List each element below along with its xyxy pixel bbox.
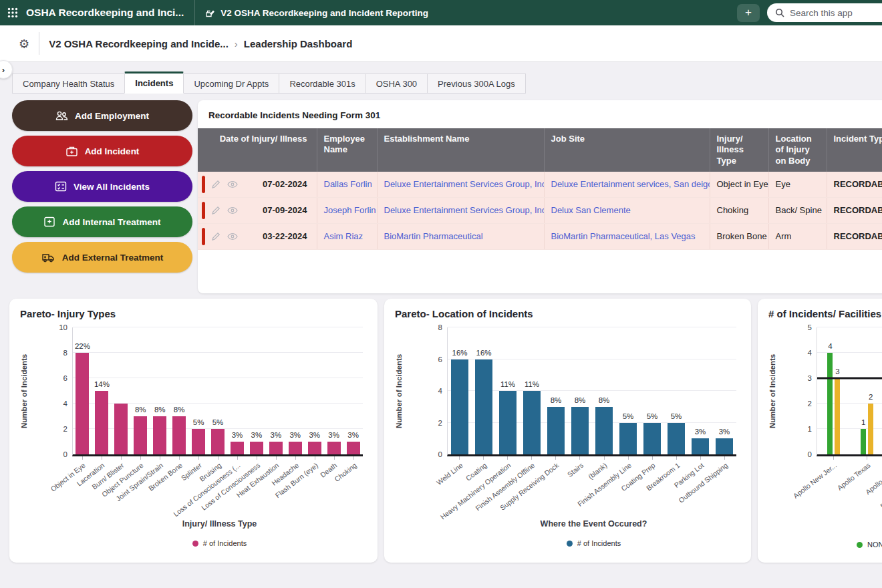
cell-injury-type: Object in Eye: [717, 179, 768, 189]
bar[interactable]: [643, 423, 661, 455]
bar[interactable]: [475, 359, 492, 455]
column-header-location-of-injury-on-body[interactable]: Location of Injury on Body: [768, 128, 827, 172]
cell-job-site[interactable]: Deluxe Entertainment services, San deigo: [551, 179, 710, 189]
bar[interactable]: [523, 391, 541, 454]
gear-icon[interactable]: ⚙: [19, 37, 29, 51]
tab-osha-300[interactable]: OSHA 300: [365, 74, 428, 94]
bar-value-label: 3%: [232, 430, 243, 440]
bar[interactable]: [269, 442, 283, 454]
x-axis-title: Where the Event Occured?: [447, 519, 740, 529]
bar[interactable]: [76, 353, 89, 454]
cell-incident-type: RECORDABLE: [834, 231, 882, 241]
action-button-label: Add Internal Treatment: [62, 217, 160, 227]
y-tick-label: 4: [49, 400, 67, 408]
legend-item[interactable]: # of Incidents: [192, 539, 247, 547]
edit-icon[interactable]: [211, 231, 221, 241]
bar[interactable]: [192, 429, 205, 454]
bar[interactable]: [499, 391, 517, 454]
app-tab[interactable]: V2 OSHA Recordkeeping and Incident Repor…: [195, 7, 428, 18]
bar-value-label: 5%: [623, 412, 634, 421]
x-axis-labels: Apollo New Jer...Apollo TexasApollo, Oxn…: [817, 456, 882, 510]
legend-dot: [567, 541, 573, 547]
bar[interactable]: [827, 353, 833, 454]
y-tick-label: 0: [49, 450, 67, 458]
bar-value-label: 8%: [154, 405, 166, 414]
bar[interactable]: [327, 442, 341, 454]
page-title: Leadership Dashboard: [244, 38, 353, 49]
table-row: 03-22-2024Asim RiazBioMartin Pharmaceuti…: [198, 223, 882, 249]
cell-establishment[interactable]: BioMartin Pharmaceutical: [384, 231, 483, 241]
breadcrumb-app[interactable]: V2 OSHA Recordkeeping and Incide...: [49, 38, 229, 49]
chart-title: Pareto- Injury Types: [20, 308, 367, 319]
cell-job-site[interactable]: BioMartin Pharmaceutical, Las Vegas: [551, 231, 696, 241]
plot-area: 0246816%16%11%11%8%8%8%5%5%5%3%3%: [447, 327, 736, 456]
legend-item[interactable]: # of Incidents: [567, 539, 621, 547]
bar[interactable]: [595, 407, 613, 454]
bar[interactable]: [619, 423, 637, 455]
y-axis-title: Number of Incidents: [768, 327, 783, 454]
add-incident-button[interactable]: Add Incident: [12, 136, 192, 166]
add-external-treatment-button[interactable]: Add External Treatment: [12, 242, 192, 273]
bar-value-label: 16%: [452, 348, 467, 357]
bar[interactable]: [861, 429, 866, 454]
cell-employee[interactable]: Asim Riaz: [324, 231, 363, 241]
bar[interactable]: [571, 407, 589, 454]
search-box[interactable]: Search this app: [767, 3, 882, 22]
bar[interactable]: [308, 442, 321, 454]
tab-incidents[interactable]: Incidents: [124, 71, 184, 94]
view-icon[interactable]: [227, 180, 238, 188]
cell-employee[interactable]: Dallas Forlin: [324, 179, 372, 189]
column-header-injury-illness-type[interactable]: Injury/ Illness Type: [710, 128, 768, 172]
view-icon[interactable]: [227, 206, 238, 214]
bar[interactable]: [289, 442, 302, 454]
tab-upcoming-dr-appts[interactable]: Upcoming Dr Appts: [183, 74, 279, 94]
bar[interactable]: [347, 442, 360, 454]
cell-establishment[interactable]: Deluxe Entertainment Services Group, Inc: [384, 205, 545, 215]
view-all-incidents-button[interactable]: View All Incidents: [12, 171, 192, 202]
bar[interactable]: [547, 407, 565, 454]
view-icon[interactable]: [227, 233, 238, 241]
bar[interactable]: [835, 378, 840, 454]
bar[interactable]: [668, 423, 685, 455]
cell-establishment[interactable]: Deluxe Entertainment Services Group, Inc: [384, 179, 545, 189]
bar[interactable]: [211, 429, 225, 454]
column-header-establishment-name[interactable]: Establishment Name: [377, 128, 544, 172]
legend-dot: [857, 542, 863, 548]
add-new-button[interactable]: +: [737, 4, 760, 22]
action-button-label: View All Incidents: [74, 182, 150, 192]
column-header-employee-name[interactable]: Employee Name: [317, 128, 377, 172]
y-tick-label: 0: [424, 450, 442, 458]
bar[interactable]: [134, 416, 147, 454]
add-employment-button[interactable]: Add Employment: [12, 100, 192, 131]
cell-employee[interactable]: Joseph Forlin: [324, 205, 376, 215]
bar[interactable]: [716, 438, 733, 454]
tab-recordable-301s[interactable]: Recordable 301s: [279, 74, 365, 94]
chart-incidents-per-facility: # of Incidents/ Facilities Number of Inc…: [758, 299, 882, 563]
tab-previous-300a-logs[interactable]: Previous 300A Logs: [427, 74, 526, 94]
bar[interactable]: [172, 416, 186, 454]
bar-value-label: 3: [835, 367, 839, 376]
column-header-job-site[interactable]: Job Site: [544, 128, 710, 172]
edit-icon[interactable]: [211, 179, 221, 189]
app-grid-icon[interactable]: [7, 7, 18, 18]
bar[interactable]: [692, 438, 709, 454]
bar[interactable]: [451, 359, 468, 455]
bar[interactable]: [231, 442, 244, 454]
expand-sidebar-button[interactable]: ›: [0, 60, 13, 79]
bar[interactable]: [250, 442, 263, 454]
bar[interactable]: [95, 391, 108, 454]
edit-icon[interactable]: [211, 205, 221, 215]
bar-value-label: 5%: [193, 418, 204, 427]
bar[interactable]: [153, 416, 166, 454]
chart-title: # of Incidents/ Facilities: [768, 308, 882, 319]
cell-job-site[interactable]: Delux San Clemente: [551, 205, 631, 215]
bar[interactable]: [114, 404, 128, 454]
column-header-incident-type[interactable]: Incident Type: [827, 128, 882, 172]
column-header-date-of-injury-illness[interactable]: Date of Injury/ Illness: [198, 128, 317, 172]
y-tick-label: 10: [49, 323, 67, 331]
add-internal-treatment-button[interactable]: Add Internal Treatment: [12, 206, 192, 237]
legend-item[interactable]: NON- RECORDABLE: [857, 541, 882, 549]
bar-value-label: 14%: [94, 380, 110, 389]
bar[interactable]: [868, 404, 873, 454]
tab-company-health-status[interactable]: Company Health Status: [12, 74, 125, 94]
